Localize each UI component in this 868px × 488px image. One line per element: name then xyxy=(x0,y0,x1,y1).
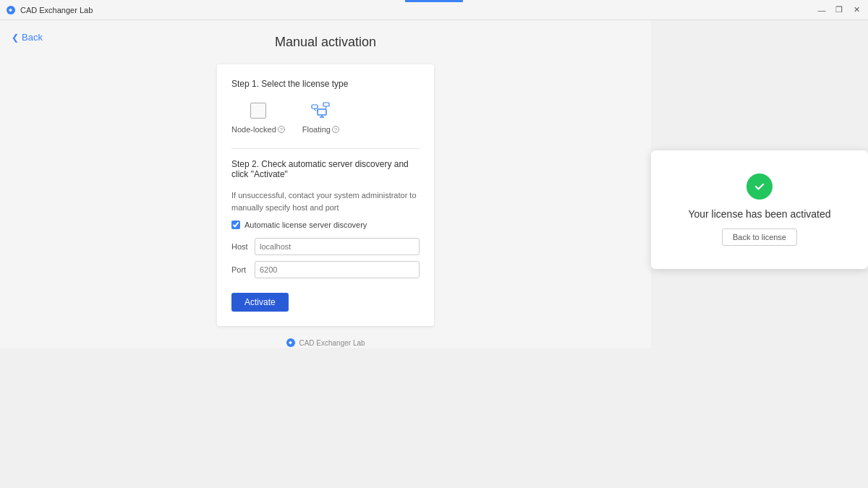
license-type-floating[interactable]: Floating ? xyxy=(302,99,339,134)
floating-icon xyxy=(309,99,332,122)
title-bar-left: CAD Exchanger Lab xyxy=(6,5,93,15)
floating-info-icon[interactable]: ? xyxy=(332,126,339,133)
step2-label: Step 2. Check automatic server discovery… xyxy=(231,159,420,179)
step-divider xyxy=(231,148,420,149)
license-types: Node-locked ? xyxy=(231,99,420,134)
footer-logo-text: CAD Exchanger Lab xyxy=(299,339,365,347)
step1-label: Step 1. Select the license type xyxy=(231,79,420,89)
port-label: Port xyxy=(231,265,255,274)
svg-rect-4 xyxy=(312,105,318,108)
minimize-button[interactable]: — xyxy=(816,4,827,16)
card-footer: CAD Exchanger Lab xyxy=(286,338,365,348)
back-chevron-icon: ❮ xyxy=(12,33,19,43)
svg-rect-6 xyxy=(323,103,329,106)
footer-logo-icon xyxy=(286,338,296,348)
main-content: ❮ Back Manual activation Step 1. Select … xyxy=(0,20,868,488)
node-locked-shape xyxy=(250,103,266,119)
step2-description: If unsuccessful, contact your system adm… xyxy=(231,189,420,213)
right-panel: Your license has been activated Back to … xyxy=(651,20,868,488)
host-label: Host xyxy=(231,242,255,251)
node-locked-label: Node-locked ? xyxy=(231,125,285,134)
svg-line-8 xyxy=(315,110,319,111)
node-locked-info-icon[interactable]: ? xyxy=(278,126,285,133)
auto-discovery-checkbox[interactable] xyxy=(231,221,240,229)
auto-discovery-row: Automatic license server discovery xyxy=(231,221,420,229)
back-to-license-button[interactable]: Back to license xyxy=(722,228,797,246)
success-check-icon xyxy=(746,174,773,200)
port-input[interactable] xyxy=(255,261,420,278)
success-popup: Your license has been activated Back to … xyxy=(651,150,868,269)
back-button[interactable]: ❮ Back xyxy=(12,32,43,43)
host-input[interactable] xyxy=(255,238,420,255)
progress-bar xyxy=(405,0,463,2)
restore-button[interactable]: ❐ xyxy=(833,4,845,16)
host-row: Host xyxy=(231,238,420,255)
title-bar: CAD Exchanger Lab — ❐ ✕ xyxy=(0,0,868,20)
svg-rect-1 xyxy=(318,109,326,115)
port-row: Port xyxy=(231,261,420,278)
activation-card: Step 1. Select the license type Node-loc… xyxy=(217,64,434,326)
node-locked-icon xyxy=(247,99,270,122)
app-title: CAD Exchanger Lab xyxy=(20,6,93,14)
success-message: Your license has been activated xyxy=(688,208,830,220)
close-button[interactable]: ✕ xyxy=(851,4,862,16)
activate-button[interactable]: Activate xyxy=(231,293,289,312)
auto-discovery-label: Automatic license server discovery xyxy=(244,221,367,229)
left-panel-bottom xyxy=(0,348,651,488)
app-icon xyxy=(6,5,16,15)
back-label: Back xyxy=(22,32,43,43)
page-title: Manual activation xyxy=(275,35,376,50)
left-panel: ❮ Back Manual activation Step 1. Select … xyxy=(0,20,651,488)
license-type-node-locked[interactable]: Node-locked ? xyxy=(231,99,285,134)
floating-label: Floating ? xyxy=(302,125,339,134)
title-bar-controls: — ❐ ✕ xyxy=(816,4,862,16)
